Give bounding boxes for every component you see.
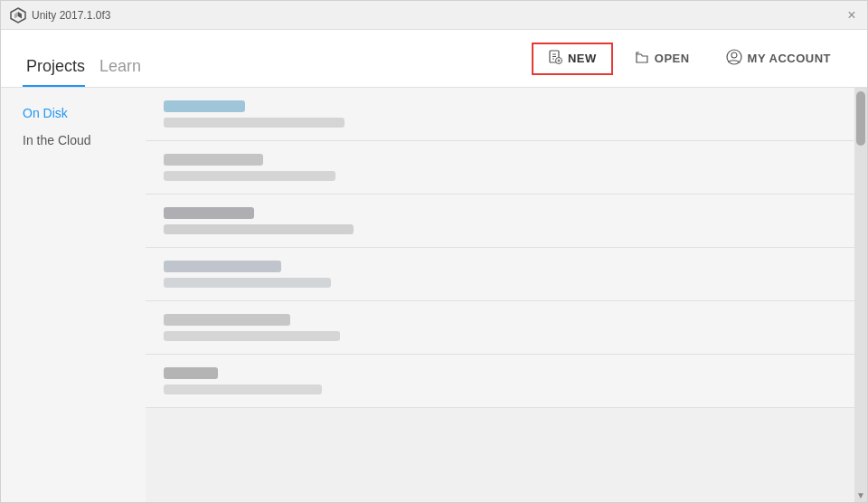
tabs: Projects Learn [23,30,532,87]
project-name-redacted [164,100,245,112]
project-name-redacted [164,261,281,272]
unity-logo [10,7,26,24]
project-name-redacted [164,207,254,219]
project-list [146,88,854,408]
list-item[interactable] [146,248,854,301]
open-icon [635,50,649,68]
app-window: Unity 2017.1.0f3 × Projects Learn [0,0,868,503]
project-name-redacted [164,154,263,166]
list-item[interactable] [146,195,854,248]
scrollbar-thumb[interactable] [856,91,865,146]
header-actions: NEW OPEN MY [532,43,845,75]
new-button[interactable]: NEW [532,43,613,75]
svg-marker-2 [14,12,18,19]
list-item[interactable] [146,141,854,195]
account-button[interactable]: MY ACCOUNT [712,43,845,74]
project-name-redacted [164,314,290,326]
list-item[interactable] [146,301,854,355]
list-item[interactable] [146,355,854,408]
header: Projects Learn [1,30,867,88]
list-item[interactable] [146,88,854,141]
content-area: On Disk In the Cloud [1,88,867,502]
svg-marker-1 [18,12,22,19]
close-button[interactable]: × [845,9,858,22]
tab-learn[interactable]: Learn [96,30,152,87]
scrollbar[interactable]: ▼ [854,88,867,502]
svg-point-11 [731,52,737,58]
open-button[interactable]: OPEN [620,44,704,73]
app-title: Unity 2017.1.0f3 [32,9,845,22]
scroll-down-icon[interactable]: ▼ [856,490,865,500]
project-list-area: ▼ [146,88,867,502]
new-icon [548,50,562,68]
sidebar-item-on-disk[interactable]: On Disk [23,106,124,120]
project-name-redacted [164,367,218,379]
tab-projects[interactable]: Projects [23,30,96,87]
title-bar: Unity 2017.1.0f3 × [1,1,867,30]
sidebar-item-in-cloud[interactable]: In the Cloud [23,133,124,147]
account-icon [726,49,742,69]
sidebar: On Disk In the Cloud [1,88,146,502]
